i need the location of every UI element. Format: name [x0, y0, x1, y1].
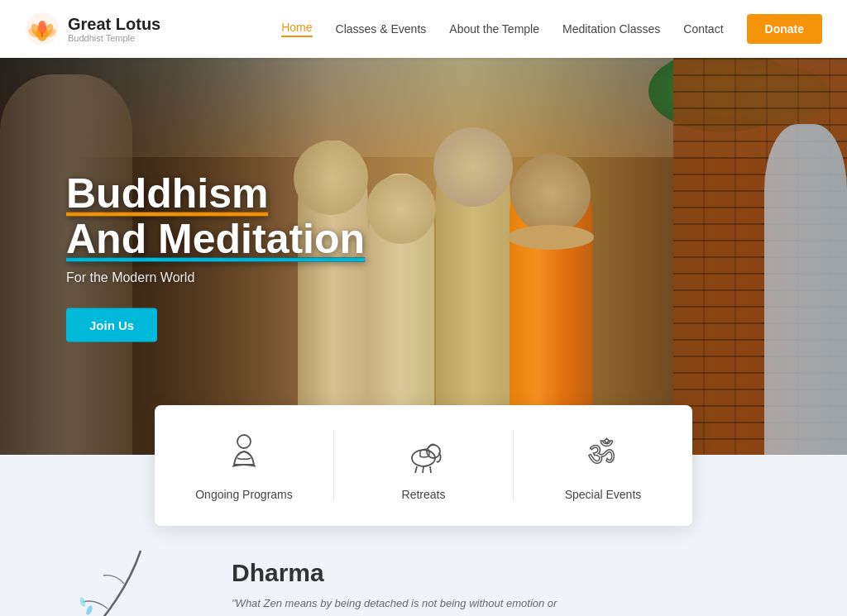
feature-retreats: Retreats	[333, 430, 513, 501]
nav-about[interactable]: About the Temple	[449, 22, 539, 36]
ongoing-icon	[221, 430, 267, 476]
brand-subtitle: Buddhist Temple	[68, 33, 160, 43]
hero-title: Buddhism And Meditation	[66, 171, 365, 262]
dharma-section: Dharma "What Zen means by being detached…	[182, 534, 847, 616]
logo[interactable]: Great Lotus Buddhist Temple	[25, 12, 160, 46]
nav-links: Home Classes & Events About the Temple M…	[281, 14, 822, 44]
nav-home[interactable]: Home	[281, 21, 312, 37]
dharma-title: Dharma	[232, 559, 797, 587]
svg-line-11	[423, 466, 424, 473]
svg-point-7	[237, 435, 251, 448]
svg-line-10	[415, 466, 417, 473]
donate-button[interactable]: Donate	[747, 14, 822, 44]
events-icon: ॐ	[580, 430, 626, 476]
nav-classes[interactable]: Classes & Events	[336, 22, 427, 36]
retreats-icon	[400, 430, 447, 476]
feature-ongoing: Ongoing Programs	[155, 430, 333, 501]
hero-title-line2: And Meditation	[66, 216, 365, 262]
hero-subtitle: For the Modern World	[66, 270, 365, 285]
dharma-quote: "What Zen means by being detached is not…	[232, 595, 797, 613]
brand-text: Great Lotus Buddhist Temple	[68, 15, 160, 43]
floral-svg	[0, 534, 182, 616]
svg-text:ॐ: ॐ	[588, 435, 615, 470]
floral-area	[0, 534, 182, 616]
svg-line-12	[430, 466, 431, 473]
events-label: Special Events	[565, 488, 642, 501]
nav-meditation[interactable]: Meditation Classes	[562, 22, 660, 36]
retreats-label: Retreats	[402, 488, 446, 501]
hero-section: Buddhism And Meditation For the Modern W…	[0, 58, 847, 455]
hero-content: Buddhism And Meditation For the Modern W…	[66, 171, 365, 342]
svg-point-32	[85, 604, 94, 615]
bottom-section: Dharma "What Zen means by being detached…	[0, 534, 847, 616]
nav-contact[interactable]: Contact	[683, 22, 723, 36]
hero-title-line1: Buddhism	[66, 170, 268, 217]
feature-events: ॐ Special Events	[513, 430, 692, 501]
join-button[interactable]: Join Us	[66, 308, 157, 342]
features-card: Ongoing Programs Retreats	[155, 405, 692, 526]
navbar: Great Lotus Buddhist Temple Home Classes…	[0, 0, 847, 58]
ongoing-label: Ongoing Programs	[195, 488, 293, 501]
brand-name: Great Lotus	[68, 15, 160, 33]
lotus-icon	[25, 12, 60, 46]
